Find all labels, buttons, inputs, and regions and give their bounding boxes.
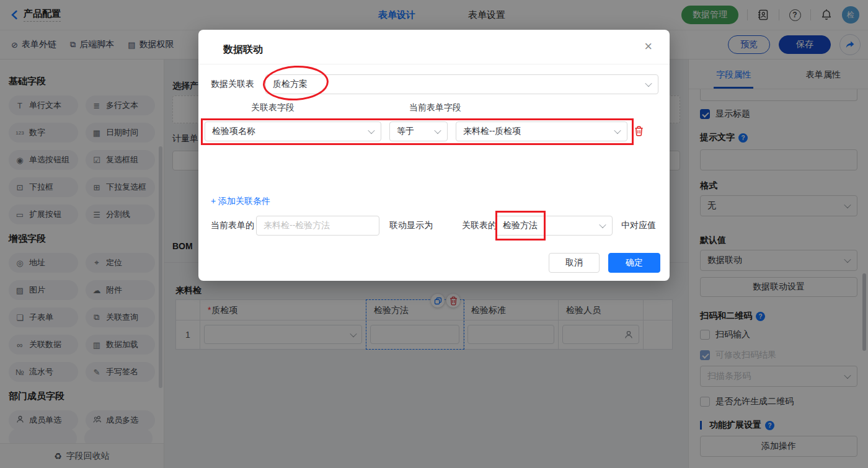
linkage-table-label: 数据关联表 bbox=[211, 79, 254, 90]
chevron-down-icon bbox=[434, 127, 441, 134]
trash-icon bbox=[634, 126, 644, 136]
chevron-down-icon bbox=[614, 127, 621, 134]
app: 产品配置 表单设计 表单设置 数据管理 ? 检 ⊘ 表单外链 ⧉ 后端脚本 bbox=[0, 0, 868, 468]
condition-target-select[interactable]: 来料检--质检项 bbox=[456, 121, 627, 141]
linked-field-select[interactable]: 检验方法 bbox=[495, 216, 613, 236]
column-head-linked-field: 关联表字段 bbox=[251, 102, 294, 113]
current-form-prefix-label: 当前表单的 bbox=[211, 220, 254, 231]
chevron-down-icon bbox=[645, 80, 652, 87]
corresponding-value-label: 中对应值 bbox=[621, 220, 656, 231]
chevron-down-icon bbox=[368, 127, 374, 134]
modal-divider bbox=[198, 64, 670, 64]
column-head-current-field: 当前表单字段 bbox=[409, 102, 461, 113]
data-linkage-modal: 数据联动 × 数据关联表 质检方案 关联表字段 当前表单字段 检验项名称 等于 … bbox=[198, 30, 670, 281]
display-as-label: 联动显示为 bbox=[389, 220, 433, 231]
chevron-down-icon bbox=[599, 221, 606, 228]
linked-table-of-label: 关联表的 bbox=[462, 220, 497, 231]
condition-operator-select[interactable]: 等于 bbox=[389, 121, 448, 141]
cancel-button[interactable]: 取消 bbox=[549, 253, 600, 273]
linkage-table-select[interactable]: 质检方案 bbox=[265, 74, 658, 94]
condition-field-select[interactable]: 检验项名称 bbox=[205, 121, 381, 141]
close-icon[interactable]: × bbox=[644, 40, 652, 53]
delete-condition-button[interactable] bbox=[634, 126, 644, 138]
confirm-button[interactable]: 确定 bbox=[608, 253, 660, 273]
current-form-field-input[interactable]: 来料检--检验方法 bbox=[256, 216, 379, 236]
modal-title: 数据联动 bbox=[223, 43, 263, 56]
add-condition-link[interactable]: + 添加关联条件 bbox=[211, 196, 270, 207]
